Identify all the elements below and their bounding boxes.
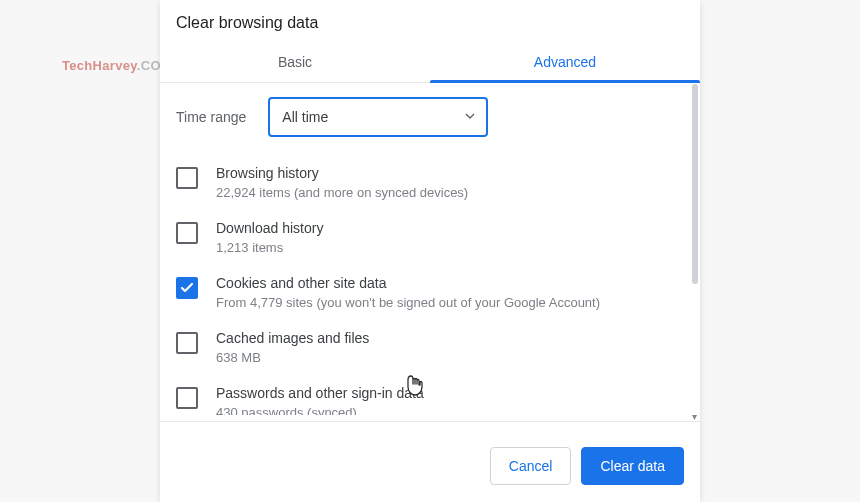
caret-down-icon bbox=[464, 109, 476, 125]
option-title: Cached images and files bbox=[216, 330, 369, 346]
checkbox[interactable] bbox=[176, 277, 198, 299]
watermark-brand: TechHarvey bbox=[62, 58, 137, 73]
scrollbar-thumb[interactable] bbox=[692, 84, 698, 284]
option-title: Download history bbox=[216, 220, 323, 236]
option-subtitle: 638 MB bbox=[216, 350, 369, 365]
tabs: Basic Advanced bbox=[160, 44, 700, 83]
clear-data-button[interactable]: Clear data bbox=[581, 447, 684, 485]
clear-browsing-data-dialog: Clear browsing data Basic Advanced Time … bbox=[160, 0, 700, 502]
dialog-footer: Cancel Clear data bbox=[160, 430, 700, 502]
option-subtitle: From 4,779 sites (you won't be signed ou… bbox=[216, 295, 600, 310]
cancel-button[interactable]: Cancel bbox=[490, 447, 572, 485]
tab-basic[interactable]: Basic bbox=[160, 44, 430, 82]
option-title: Browsing history bbox=[216, 165, 468, 181]
checkbox[interactable] bbox=[176, 167, 198, 189]
tab-basic-label: Basic bbox=[278, 54, 312, 70]
time-range-value: All time bbox=[282, 109, 328, 125]
option-subtitle: 1,213 items bbox=[216, 240, 323, 255]
checkbox[interactable] bbox=[176, 332, 198, 354]
option-subtitle: 22,924 items (and more on synced devices… bbox=[216, 185, 468, 200]
divider bbox=[160, 421, 700, 422]
time-range-label: Time range bbox=[176, 109, 246, 125]
scroll-area: Time range All time Browsing history 22,… bbox=[160, 83, 700, 422]
scroll-down-arrow-icon[interactable]: ▾ bbox=[689, 412, 699, 422]
dialog-title: Clear browsing data bbox=[160, 0, 700, 44]
tab-advanced[interactable]: Advanced bbox=[430, 44, 700, 82]
option-cookies[interactable]: Cookies and other site data From 4,779 s… bbox=[160, 265, 700, 320]
option-passwords[interactable]: Passwords and other sign-in data 430 pas… bbox=[160, 375, 700, 415]
watermark: TechHarvey.COM bbox=[62, 58, 172, 73]
option-browsing-history[interactable]: Browsing history 22,924 items (and more … bbox=[160, 155, 700, 210]
option-download-history[interactable]: Download history 1,213 items bbox=[160, 210, 700, 265]
checkbox[interactable] bbox=[176, 222, 198, 244]
time-range-select[interactable]: All time bbox=[268, 97, 488, 137]
scrollbar[interactable] bbox=[692, 84, 698, 414]
option-cached[interactable]: Cached images and files 638 MB bbox=[160, 320, 700, 375]
checkbox[interactable] bbox=[176, 387, 198, 409]
cancel-label: Cancel bbox=[509, 458, 553, 474]
options-list: Browsing history 22,924 items (and more … bbox=[160, 151, 700, 415]
option-title: Passwords and other sign-in data bbox=[216, 385, 424, 401]
clear-label: Clear data bbox=[600, 458, 665, 474]
option-subtitle: 430 passwords (synced) bbox=[216, 405, 424, 415]
time-range-row: Time range All time bbox=[160, 83, 700, 151]
option-title: Cookies and other site data bbox=[216, 275, 600, 291]
tab-advanced-label: Advanced bbox=[534, 54, 596, 70]
